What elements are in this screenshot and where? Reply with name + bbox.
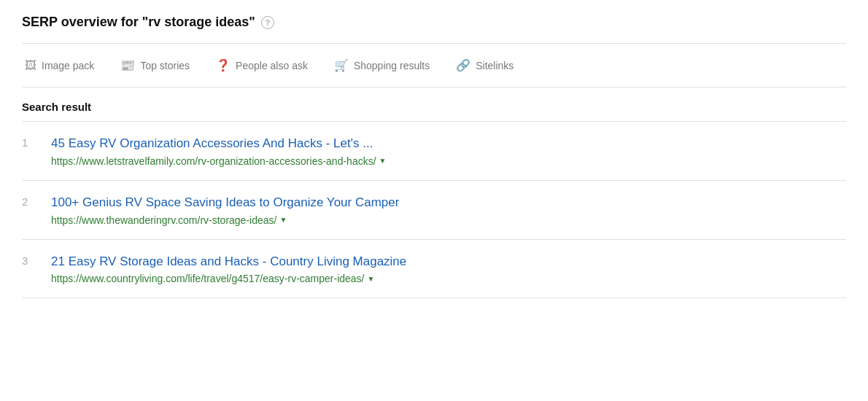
tab-sitelinks[interactable]: 🔗Sitelinks xyxy=(443,54,527,77)
section-header: Search result xyxy=(22,87,846,122)
table-row: 145 Easy RV Organization Accessories And… xyxy=(22,122,846,181)
result-number-1: 1 xyxy=(22,135,36,149)
result-title-3[interactable]: 21 Easy RV Storage Ideas and Hacks - Cou… xyxy=(51,253,406,270)
dropdown-arrow-3[interactable]: ▼ xyxy=(368,275,375,283)
result-url-row-1: https://www.letstravelfamily.com/rv-orga… xyxy=(51,155,386,167)
help-icon[interactable]: ? xyxy=(261,16,274,29)
image-pack-icon: 🖼 xyxy=(25,59,36,72)
people-also-ask-label: People also ask xyxy=(236,60,308,71)
shopping-results-label: Shopping results xyxy=(354,60,430,71)
result-content-3: 21 Easy RV Storage Ideas and Hacks - Cou… xyxy=(51,253,406,285)
image-pack-label: Image pack xyxy=(42,60,94,71)
top-stories-label: Top stories xyxy=(140,60,190,71)
table-row: 2100+ Genius RV Space Saving Ideas to Or… xyxy=(22,181,846,240)
result-url-row-3: https://www.countryliving.com/life/trave… xyxy=(51,273,406,284)
top-stories-icon: 📰 xyxy=(120,58,135,72)
tab-people-also-ask[interactable]: ❓People also ask xyxy=(203,54,321,77)
sitelinks-icon: 🔗 xyxy=(456,58,470,72)
result-title-1[interactable]: 45 Easy RV Organization Accessories And … xyxy=(51,135,386,152)
tab-top-stories[interactable]: 📰Top stories xyxy=(107,54,203,77)
result-number-3: 3 xyxy=(22,253,36,267)
dropdown-arrow-1[interactable]: ▼ xyxy=(379,157,387,165)
tab-image-pack[interactable]: 🖼Image pack xyxy=(22,55,107,77)
result-number-2: 2 xyxy=(22,194,36,208)
table-row: 321 Easy RV Storage Ideas and Hacks - Co… xyxy=(22,240,846,299)
dropdown-arrow-2[interactable]: ▼ xyxy=(279,216,287,224)
section-header-text: Search result xyxy=(22,101,91,113)
result-title-2[interactable]: 100+ Genius RV Space Saving Ideas to Org… xyxy=(51,194,399,211)
result-url-row-2: https://www.thewanderingrv.com/rv-storag… xyxy=(51,214,399,226)
results-container: 145 Easy RV Organization Accessories And… xyxy=(22,122,846,298)
serp-header: SERP overview for "rv storage ideas" ? xyxy=(22,15,846,44)
result-url-3[interactable]: https://www.countryliving.com/life/trave… xyxy=(51,273,365,284)
people-also-ask-icon: ❓ xyxy=(216,58,230,72)
shopping-results-icon: 🛒 xyxy=(334,58,349,72)
tab-shopping-results[interactable]: 🛒Shopping results xyxy=(321,54,443,77)
sitelinks-label: Sitelinks xyxy=(476,60,514,71)
result-url-1[interactable]: https://www.letstravelfamily.com/rv-orga… xyxy=(51,155,376,167)
result-content-2: 100+ Genius RV Space Saving Ideas to Org… xyxy=(51,194,399,226)
result-content-1: 45 Easy RV Organization Accessories And … xyxy=(51,135,386,167)
page-title: SERP overview for "rv storage ideas" xyxy=(22,15,255,30)
tabs-bar: 🖼Image pack📰Top stories❓People also ask🛒… xyxy=(22,44,846,87)
result-url-2[interactable]: https://www.thewanderingrv.com/rv-storag… xyxy=(51,214,276,226)
